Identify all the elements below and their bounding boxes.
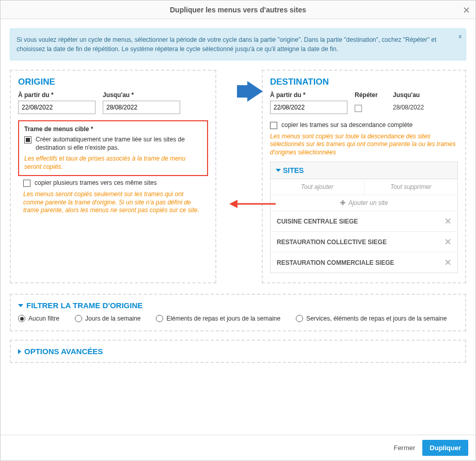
- plus-icon: ✚: [340, 199, 345, 206]
- radio-icon: [18, 315, 25, 322]
- repeat-checkbox[interactable]: [355, 105, 362, 112]
- advanced-title: OPTIONS AVANCÉES: [24, 347, 103, 356]
- auto-create-checkbox[interactable]: [24, 136, 31, 144]
- destination-date-row: À partir du * Répéter Jusqu'au 28/08/202…: [270, 91, 458, 114]
- multi-trames-text: copier plusieurs trames vers ces même si…: [35, 179, 157, 187]
- destination-title: DESTINATION: [270, 77, 458, 87]
- destination-from-label: À partir du *: [270, 91, 347, 99]
- destination-panel: DESTINATION À partir du * Répéter Jusqu'…: [262, 70, 466, 283]
- chevron-down-icon: [18, 304, 23, 307]
- add-all-button[interactable]: Tout ajouter: [271, 179, 364, 195]
- sites-actions: Tout ajouter Tout supprimer: [271, 179, 457, 195]
- destination-from-field: À partir du *: [270, 91, 347, 114]
- site-row: RESTAURATION COLLECTIVE SIEGE ✕: [271, 232, 457, 252]
- modal-title: Dupliquer les menus vers d'autres sites: [170, 6, 306, 14]
- filter-option-none[interactable]: Aucun filtre: [18, 315, 59, 322]
- remove-site-icon[interactable]: ✕: [445, 258, 451, 267]
- filter-header[interactable]: FILTRER LA TRAME D'ORIGINE: [18, 301, 458, 310]
- origin-date-row: À partir du * Jusqu'au *: [18, 91, 208, 114]
- filter-title: FILTRER LA TRAME D'ORIGINE: [26, 301, 142, 310]
- duplicate-menus-modal: Dupliquer les menus vers d'autres sites …: [0, 0, 476, 461]
- descend-text: copier les trames sur sa descendance com…: [281, 121, 412, 130]
- site-row: RESTAURATION COMMERCIALE SIEGE ✕: [271, 252, 457, 273]
- origin-from-input[interactable]: [18, 101, 96, 114]
- auto-create-row: Créer automatiquement une trame liée sur…: [24, 136, 202, 152]
- modal-header: Dupliquer les menus vers d'autres sites …: [1, 1, 475, 19]
- filter-option-label: Services, éléments de repas et jours de …: [306, 315, 447, 322]
- sites-header[interactable]: SITES: [271, 162, 457, 179]
- add-site-button[interactable]: ✚ Ajouter un site: [271, 195, 457, 211]
- trame-highlight-box: Trame de menus cible * Créer automatique…: [18, 120, 208, 176]
- origin-to-input[interactable]: [103, 101, 180, 114]
- origin-destination-columns: ORIGINE À partir du * Jusqu'au * Trame d…: [10, 70, 466, 283]
- big-arrow-icon: [237, 81, 263, 103]
- svg-marker-2: [229, 200, 237, 208]
- effectifs-note: Les effectifs et taux de prises associés…: [24, 155, 202, 171]
- repeat-field: Répéter: [355, 91, 386, 114]
- repeat-label: Répéter: [355, 91, 386, 99]
- red-arrow-icon: [229, 198, 276, 212]
- filter-option-label: Eléments de repas et jours de la semaine: [166, 315, 280, 322]
- site-name: RESTAURATION COLLECTIVE SIEGE: [277, 239, 387, 246]
- destination-from-input[interactable]: [270, 101, 347, 114]
- filter-option-elements-days[interactable]: Eléments de repas et jours de la semaine: [156, 315, 280, 322]
- auto-create-text: Créer automatiquement une trame liée sur…: [36, 136, 202, 152]
- advanced-options-panel: OPTIONS AVANCÉES: [10, 340, 466, 363]
- origin-to-label: Jusqu'au *: [103, 91, 180, 99]
- info-text: Si vous voulez répéter un cycle de menus…: [17, 36, 436, 53]
- sites-header-label: SITES: [283, 166, 304, 174]
- close-button[interactable]: Fermer: [393, 444, 415, 452]
- site-name: CUISINE CENTRALE SIEGE: [277, 218, 358, 225]
- radio-icon: [75, 315, 82, 322]
- filter-option-days[interactable]: Jours de la semaine: [75, 315, 140, 322]
- info-close-icon[interactable]: x: [459, 32, 462, 41]
- modal-footer: Fermer Dupliquer: [1, 435, 475, 460]
- svg-marker-0: [237, 81, 263, 102]
- origin-title: ORIGINE: [18, 77, 208, 87]
- trame-label: Trame de menus cible *: [24, 125, 202, 133]
- remove-site-icon[interactable]: ✕: [445, 237, 451, 247]
- descend-note: Les menus sont copiés sur toute la desce…: [270, 133, 458, 157]
- remove-all-button[interactable]: Tout supprimer: [364, 179, 458, 195]
- radio-icon: [296, 315, 303, 322]
- destination-to-field: Jusqu'au 28/08/2022: [393, 91, 424, 114]
- multi-trames-note: Les menus seront copiés seulement sur le…: [23, 190, 203, 215]
- destination-to-value: 28/08/2022: [393, 101, 424, 111]
- filter-option-label: Aucun filtre: [28, 315, 59, 322]
- descend-checkbox[interactable]: [270, 122, 277, 129]
- duplicate-button[interactable]: Dupliquer: [422, 440, 468, 456]
- sites-panel: SITES Tout ajouter Tout supprimer ✚ Ajou…: [270, 162, 458, 273]
- multi-trames-checkbox[interactable]: [23, 180, 30, 187]
- chevron-down-icon: [276, 169, 281, 172]
- site-name: RESTAURATION COMMERCIALE SIEGE: [277, 259, 394, 266]
- filter-radio-row: Aucun filtre Jours de la semaine Elément…: [18, 315, 458, 322]
- multi-trames-row: copier plusieurs trames vers ces même si…: [23, 179, 203, 187]
- site-row: CUISINE CENTRALE SIEGE ✕: [271, 211, 457, 232]
- destination-to-label: Jusqu'au: [393, 91, 424, 99]
- descend-row: copier les trames sur sa descendance com…: [270, 121, 458, 130]
- multi-trames-block: copier plusieurs trames vers ces même si…: [18, 176, 208, 214]
- modal-body: Si vous voulez répéter un cycle de menus…: [1, 19, 475, 435]
- origin-to-field: Jusqu'au *: [103, 91, 180, 114]
- filter-panel: FILTRER LA TRAME D'ORIGINE Aucun filtre …: [10, 294, 466, 331]
- radio-icon: [156, 315, 163, 322]
- origin-panel: ORIGINE À partir du * Jusqu'au * Trame d…: [10, 70, 216, 283]
- origin-from-field: À partir du *: [18, 91, 96, 114]
- origin-from-label: À partir du *: [18, 91, 96, 99]
- filter-option-label: Jours de la semaine: [85, 315, 140, 322]
- remove-site-icon[interactable]: ✕: [445, 216, 451, 226]
- close-icon[interactable]: ✕: [463, 5, 470, 16]
- chevron-right-icon: [18, 349, 21, 354]
- filter-option-services-elements-days[interactable]: Services, éléments de repas et jours de …: [296, 315, 447, 322]
- advanced-header[interactable]: OPTIONS AVANCÉES: [18, 347, 458, 356]
- add-site-label: Ajouter un site: [348, 199, 388, 206]
- info-box: Si vous voulez répéter un cycle de menus…: [10, 28, 466, 60]
